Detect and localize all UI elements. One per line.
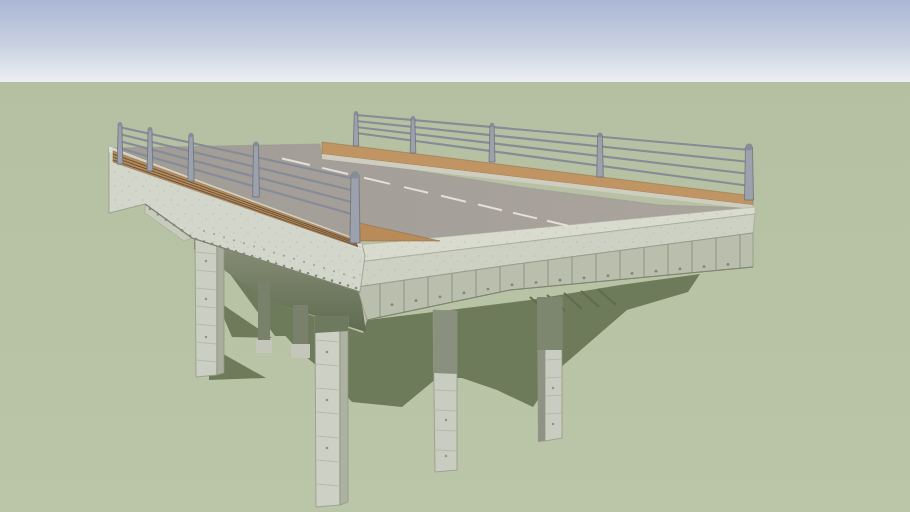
panel-bolt-row [631, 272, 634, 275]
formwork-dot [552, 423, 554, 425]
formwork-dot [205, 336, 207, 338]
pier1-side [217, 238, 224, 375]
model-viewport[interactable] [0, 0, 910, 512]
far-guardrail-post-cap [490, 123, 494, 127]
formwork-dot [445, 455, 447, 457]
formwork-dot [205, 260, 207, 262]
pier3-top-shade [433, 310, 457, 374]
near-guardrail-end-post-cap [351, 171, 359, 179]
pier2-side [340, 316, 348, 505]
pier2-front [315, 316, 340, 507]
pier1-front [195, 234, 217, 377]
panel-bolt-row [583, 277, 586, 280]
panel-bolt-row [607, 274, 610, 277]
far-guardrail-post-cap [411, 116, 415, 120]
near-guardrail-post [188, 135, 194, 181]
panel-bolt-row [511, 283, 514, 286]
panel-bolt-row [559, 279, 562, 282]
panel-bolt-row [463, 292, 466, 295]
pier-back-left-base [256, 340, 272, 353]
pier-back-right-base [291, 344, 310, 358]
far-guardrail-post [353, 113, 358, 146]
near-guardrail-end-post [350, 175, 360, 243]
panel-bolt-row [391, 303, 394, 306]
formwork-dot [326, 399, 329, 402]
formwork-dot [205, 298, 207, 300]
bridge-3d-render[interactable] [0, 0, 910, 512]
far-guardrail-post [489, 125, 495, 162]
panel-bolt-row [487, 288, 490, 291]
pier2-top-shade [315, 316, 348, 333]
formwork-dot [445, 419, 447, 421]
far-guardrail-post-cap [598, 133, 603, 138]
far-guardrail-post-cap [354, 111, 358, 115]
formwork-dot [552, 387, 554, 389]
near-guardrail-post [253, 144, 260, 197]
panel-bolt-row [703, 265, 706, 268]
far-guardrail-post [597, 135, 604, 177]
near-guardrail-post-cap [253, 141, 258, 146]
panel-bolt-row [727, 263, 730, 266]
formwork-dot [326, 351, 329, 354]
panel-bolt-row [655, 270, 658, 273]
panel-bolt-row [439, 295, 442, 298]
far-guardrail-end-post-cap [746, 144, 753, 151]
panel-bolt-row [679, 268, 682, 271]
sky [0, 0, 910, 82]
formwork-dot [326, 447, 329, 450]
near-guardrail-post-cap [189, 133, 194, 138]
near-guardrail-post-cap [118, 122, 122, 126]
panel-bolt-row [415, 299, 418, 302]
far-guardrail-post [410, 118, 416, 153]
pier4-top-shade [537, 297, 562, 350]
panel-bolt-row [535, 281, 538, 284]
near-guardrail-post-cap [148, 127, 152, 131]
far-guardrail-end-post [745, 147, 754, 200]
